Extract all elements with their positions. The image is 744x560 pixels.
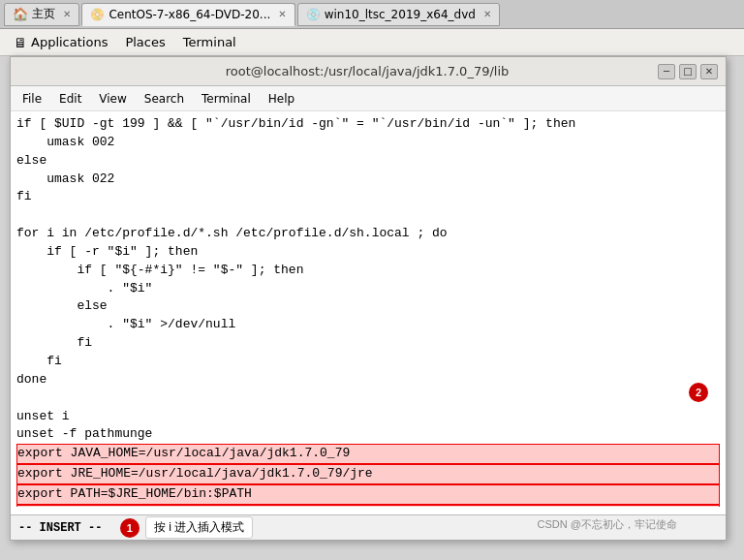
code-line-6: for i in /etc/profile.d/*.sh /etc/profil… <box>16 226 448 240</box>
code-line-15: unset i <box>16 409 70 423</box>
terminal-titlebar: root@localhost:/usr/local/java/jdk1.7.0_… <box>11 57 726 86</box>
menubar: 🖥 Applications Places Terminal <box>0 29 744 56</box>
terminal-window: root@localhost:/usr/local/java/jdk1.7.0_… <box>10 56 727 541</box>
code-line-8: if [ "${-#*i}" != "$-" ]; then <box>16 263 303 277</box>
export-line-1: export JAVA_HOME=/usr/local/java/jdk1.7.… <box>16 444 720 464</box>
annotation-badge-2: 2 <box>689 383 708 402</box>
maximize-button[interactable]: □ <box>679 64 697 79</box>
applications-icon: 🖥 <box>14 35 27 50</box>
terminal-statusbar: -- INSERT -- 1 按 i 进入插入模式 CSDN @不忘初心，牢记使… <box>11 514 726 540</box>
home-icon: 🏠 <box>13 7 28 21</box>
code-line-3: else <box>16 153 46 168</box>
code-line-7: if [ -r "$i" ]; then <box>16 244 198 259</box>
code-line-11: . "$i" >/dev/null <box>16 317 235 331</box>
code-line-5: fi <box>16 189 32 203</box>
menu-help[interactable]: Help <box>261 90 302 108</box>
close-button[interactable]: ✕ <box>700 64 718 79</box>
code-line-14: done <box>16 372 46 387</box>
terminal-menu: File Edit View Search Terminal Help <box>11 86 726 111</box>
titlebar-controls: ─ □ ✕ <box>658 64 718 79</box>
tab-centos[interactable]: 📀 CentOS-7-x86_64-DVD-20... ✕ <box>81 3 294 26</box>
code-line-12: fi <box>16 335 92 350</box>
annotation-area-2: 2 <box>689 382 708 402</box>
code-line-9: . "$i" <box>16 281 152 296</box>
menubar-places[interactable]: Places <box>117 33 172 51</box>
code-line-4: umask 022 <box>16 171 114 186</box>
minimize-button[interactable]: ─ <box>658 64 675 79</box>
tab-win10-label: win10_ltsc_2019_x64_dvd <box>325 8 476 21</box>
centos-icon: 📀 <box>90 8 105 21</box>
terminal-content[interactable]: if [ $UID -gt 199 ] && [ "`/usr/bin/id -… <box>11 111 726 507</box>
code-line-16: unset -f pathmunge <box>16 426 152 441</box>
menu-view[interactable]: View <box>91 90 134 108</box>
tab-home-label: 主页 <box>32 6 55 22</box>
menu-file[interactable]: File <box>15 90 49 108</box>
export-line-4: export PATH=$JAVA_HOME/bin:$PATH <box>16 505 720 507</box>
taskbar: 🏠 主页 ✕ 📀 CentOS-7-x86_64-DVD-20... ✕ 💿 w… <box>0 0 744 29</box>
close-home-icon[interactable]: ✕ <box>63 9 71 19</box>
code-line-13: fi <box>16 354 62 368</box>
menu-terminal[interactable]: Terminal <box>194 90 259 108</box>
export-line-3: export PATH=$JRE_HOME/bin:$PATH <box>16 484 720 505</box>
insert-mode-label: -- INSERT -- <box>18 521 102 535</box>
code-line-1: if [ $UID -gt 199 ] && [ "`/usr/bin/id -… <box>16 116 575 131</box>
tab-win10[interactable]: 💿 win10_ltsc_2019_x64_dvd ✕ <box>297 3 501 26</box>
tab-home[interactable]: 🏠 主页 ✕ <box>4 3 79 26</box>
tab-centos-label: CentOS-7-x86_64-DVD-20... <box>108 8 270 21</box>
applications-label: Applications <box>31 35 108 49</box>
code-line-2: umask 002 <box>16 135 114 149</box>
export-line-2: export JRE_HOME=/usr/local/java/jdk1.7.0… <box>16 464 720 484</box>
hint-label: 按 i 进入插入模式 <box>145 516 253 539</box>
menu-search[interactable]: Search <box>137 90 192 108</box>
win10-icon: 💿 <box>306 8 321 21</box>
terminal-label: Terminal <box>183 35 236 49</box>
code-line-10: else <box>16 298 108 313</box>
menubar-applications[interactable]: 🖥 Applications <box>6 33 115 52</box>
terminal-title: root@localhost:/usr/local/java/jdk1.7.0_… <box>77 64 658 78</box>
close-centos-icon[interactable]: ✕ <box>278 9 286 19</box>
annotation-badge-1: 1 <box>120 518 140 538</box>
menu-edit[interactable]: Edit <box>51 90 89 108</box>
csdn-watermark: CSDN @不忘初心，牢记使命 <box>538 517 677 532</box>
places-label: Places <box>125 35 165 49</box>
menubar-terminal[interactable]: Terminal <box>175 33 244 51</box>
close-win10-icon[interactable]: ✕ <box>483 9 491 19</box>
